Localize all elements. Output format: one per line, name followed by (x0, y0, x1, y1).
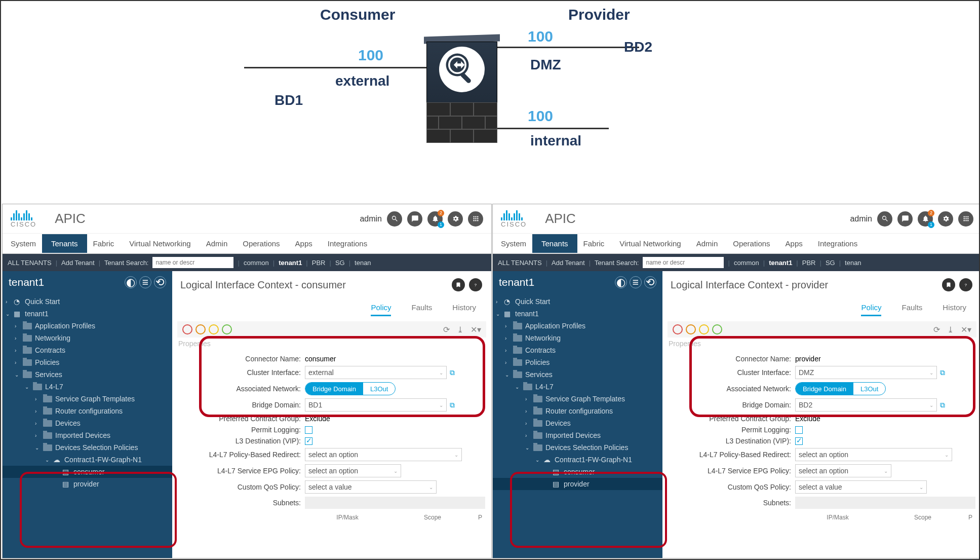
feedback-icon[interactable] (897, 211, 913, 227)
nav-apps[interactable]: Apps (295, 234, 312, 253)
toggle-assoc-network[interactable]: Bridge DomainL3Out (795, 382, 886, 395)
subnav-search-input[interactable] (152, 257, 233, 268)
nav-virtual-networking[interactable]: Virtual Networking (129, 234, 190, 253)
link-icon[interactable]: ⧉ (940, 368, 945, 377)
subnav-common[interactable]: common (734, 259, 759, 267)
chk-permit-logging[interactable] (305, 426, 312, 434)
link-icon[interactable]: ⧉ (450, 401, 455, 409)
link-icon[interactable]: ⧉ (940, 401, 945, 409)
health-major-icon[interactable] (686, 324, 696, 334)
sel-l4l7-epg[interactable]: select an option⌄ (305, 464, 401, 477)
nav-fabric[interactable]: Fabric (93, 234, 114, 253)
sel-bridge-domain[interactable]: BD2⌄ (795, 398, 937, 412)
gear-icon[interactable] (448, 211, 463, 227)
nav-admin[interactable]: Admin (696, 234, 718, 253)
subnav-tenant1[interactable]: tenant1 (279, 259, 302, 267)
tree-contract1[interactable]: ⌄☁Contract1-FW-Graph-N1 (493, 454, 662, 466)
nav-operations[interactable]: Operations (733, 234, 770, 253)
tree-imported-devices[interactable]: ›Imported Devices (493, 429, 662, 441)
tree-app-profiles[interactable]: ›Application Profiles (3, 320, 172, 332)
tree-provider[interactable]: ▤provider (3, 478, 172, 490)
search-icon[interactable] (387, 211, 402, 227)
sidebar-icon-1[interactable]: ◐ (615, 276, 627, 288)
admin-label[interactable]: admin (360, 214, 382, 223)
chk-l3-dest[interactable] (305, 437, 312, 445)
tree-l4l7[interactable]: ⌄L4-L7 (493, 381, 662, 393)
bookmark-icon[interactable] (452, 278, 465, 291)
tab-faults[interactable]: Faults (411, 300, 432, 316)
admin-label[interactable]: admin (850, 214, 872, 223)
help-icon[interactable]: ? (469, 278, 482, 291)
tree-router-config[interactable]: ›Router configurations (3, 405, 172, 417)
subnav-tenant1[interactable]: tenant1 (769, 259, 792, 267)
help-icon[interactable]: ? (959, 278, 972, 291)
nav-operations[interactable]: Operations (243, 234, 280, 253)
search-icon[interactable] (877, 211, 892, 227)
bookmark-icon[interactable] (942, 278, 955, 291)
bell-icon[interactable]: 2 1 (918, 211, 933, 227)
link-icon[interactable]: ⧉ (450, 368, 455, 377)
download-icon[interactable]: ⤓ (947, 325, 954, 334)
toggle-assoc-network[interactable]: Bridge DomainL3Out (305, 382, 396, 395)
health-ok-icon[interactable] (712, 324, 722, 334)
subnav-all-tenants[interactable]: ALL TENANTS (8, 259, 52, 267)
tree-consumer[interactable]: ▤consumer (3, 466, 172, 478)
tree-contracts[interactable]: ›Contracts (493, 344, 662, 356)
tab-policy[interactable]: Policy (861, 300, 881, 316)
tree-policies[interactable]: ›Policies (493, 356, 662, 368)
sidebar-icon-1[interactable]: ◐ (125, 276, 137, 288)
tab-history[interactable]: History (452, 300, 476, 316)
subnav-sg[interactable]: SG (826, 259, 835, 267)
tree-devices[interactable]: ›Devices (493, 417, 662, 429)
tab-faults[interactable]: Faults (901, 300, 922, 316)
nav-system[interactable]: System (501, 234, 526, 253)
nav-system[interactable]: System (11, 234, 36, 253)
tree-consumer[interactable]: ▤consumer (493, 466, 662, 478)
tree-contracts[interactable]: ›Contracts (3, 344, 172, 356)
sel-custom-qos[interactable]: select a value⌄ (305, 480, 437, 494)
tree-quick-start[interactable]: ›◔Quick Start (3, 295, 172, 308)
health-major-icon[interactable] (195, 324, 206, 334)
tree-networking[interactable]: ›Networking (3, 332, 172, 344)
health-critical-icon[interactable] (673, 324, 683, 334)
tree-devices[interactable]: ›Devices (3, 417, 172, 429)
nav-tenants[interactable]: Tenants (532, 234, 577, 253)
tree-policies[interactable]: ›Policies (3, 356, 172, 368)
apps-icon[interactable] (468, 211, 483, 227)
tree-tenant-root[interactable]: ⌄▦tenant1 (493, 308, 662, 320)
sidebar-icon-2[interactable]: ≡ (630, 276, 642, 288)
subnav-pbr[interactable]: PBR (802, 259, 816, 267)
tree-networking[interactable]: ›Networking (493, 332, 662, 344)
health-critical-icon[interactable] (182, 324, 192, 334)
tree-device-selection-policies[interactable]: ⌄Devices Selection Policies (3, 441, 172, 454)
sel-l4l7-pbr[interactable]: select an option⌄ (795, 448, 952, 461)
tree-device-selection-policies[interactable]: ⌄Devices Selection Policies (493, 441, 662, 454)
sel-custom-qos[interactable]: select a value⌄ (795, 480, 927, 494)
tree-contract1[interactable]: ⌄☁Contract1-FW-Graph-N1 (3, 454, 172, 466)
tree-services[interactable]: ⌄Services (493, 368, 662, 381)
health-ok-icon[interactable] (222, 324, 232, 334)
subnav-common[interactable]: common (244, 259, 269, 267)
health-minor-icon[interactable] (699, 324, 709, 334)
subnav-all-tenants[interactable]: ALL TENANTS (498, 259, 542, 267)
sidebar-icon-2[interactable]: ≡ (139, 276, 151, 288)
tab-policy[interactable]: Policy (371, 300, 391, 316)
nav-virtual-networking[interactable]: Virtual Networking (619, 234, 681, 253)
gear-icon[interactable] (938, 211, 953, 227)
nav-apps[interactable]: Apps (786, 234, 803, 253)
subnav-search-input[interactable] (643, 257, 724, 268)
tools-icon[interactable]: ✕▾ (471, 325, 481, 334)
tools-icon[interactable]: ✕▾ (961, 325, 971, 334)
health-minor-icon[interactable] (209, 324, 219, 334)
tree-app-profiles[interactable]: ›Application Profiles (493, 320, 662, 332)
nav-integrations[interactable]: Integrations (818, 234, 857, 253)
tree-services[interactable]: ⌄Services (3, 368, 172, 381)
nav-tenants[interactable]: Tenants (42, 234, 87, 253)
nav-admin[interactable]: Admin (206, 234, 228, 253)
apps-icon[interactable] (958, 211, 973, 227)
subnav-add-tenant[interactable]: Add Tenant (552, 259, 585, 267)
download-icon[interactable]: ⤓ (457, 325, 463, 334)
subnav-pbr[interactable]: PBR (312, 259, 326, 267)
subnav-tenan[interactable]: tenan (355, 259, 371, 267)
sidebar-icon-3[interactable]: ⟲ (644, 276, 656, 288)
